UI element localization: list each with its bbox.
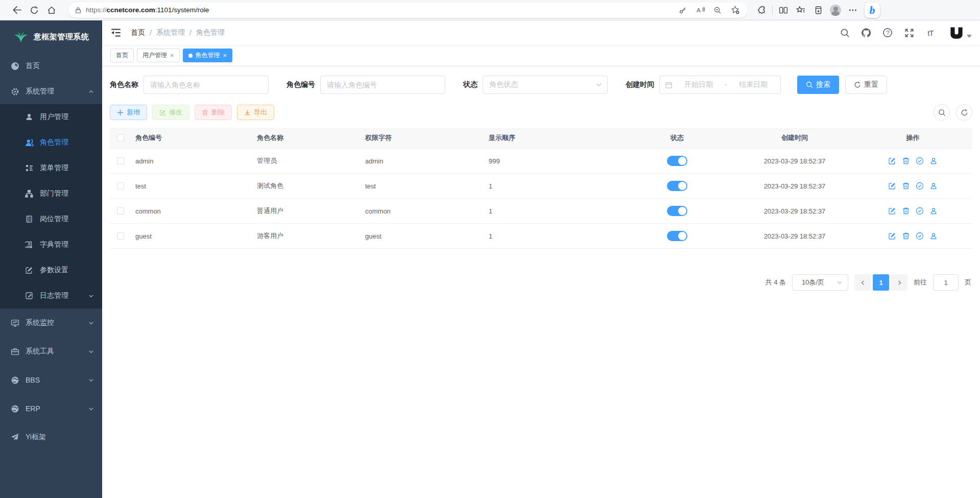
sidebar-item-label: BBS: [26, 376, 40, 384]
status-toggle[interactable]: [667, 156, 687, 166]
breadcrumb-system[interactable]: 系统管理: [156, 28, 185, 37]
sidebar-item-dept-mgmt[interactable]: 部门管理: [0, 181, 102, 206]
status-toggle[interactable]: [667, 206, 687, 216]
row-assign-user-button[interactable]: [929, 157, 938, 165]
row-edit-button[interactable]: [888, 157, 896, 165]
row-checkbox[interactable]: [117, 157, 124, 164]
add-favorite-icon[interactable]: [726, 3, 744, 18]
row-data-scope-button[interactable]: [916, 232, 924, 240]
sidebar-item-system-monitor[interactable]: 系统监控: [0, 309, 102, 337]
profile-avatar-icon[interactable]: [827, 3, 844, 18]
favorites-icon[interactable]: [792, 3, 809, 18]
sidebar-item-yi-framework[interactable]: Yi框架: [0, 423, 102, 452]
sidebar-item-dict-mgmt[interactable]: 字典管理: [0, 232, 102, 257]
split-screen-icon[interactable]: [775, 3, 792, 18]
search-button[interactable]: 搜索: [797, 76, 839, 94]
github-icon[interactable]: [861, 28, 871, 38]
status-select-placeholder: 角色状态: [489, 80, 518, 89]
sidebar-collapse-icon[interactable]: [110, 27, 122, 38]
browser-settings-icon[interactable]: [844, 3, 862, 18]
chevron-up-icon: [88, 89, 94, 94]
role-code-input[interactable]: [320, 76, 445, 94]
user-menu[interactable]: [949, 26, 972, 40]
help-icon[interactable]: ?: [882, 28, 893, 38]
row-edit-button[interactable]: [888, 232, 896, 240]
delete-button[interactable]: 删除: [195, 105, 232, 120]
chevron-left-icon: [860, 280, 866, 286]
sidebar-item-system-tools[interactable]: 系统工具: [0, 337, 102, 366]
prev-page-button[interactable]: [854, 274, 871, 291]
sidebar-item-post-mgmt[interactable]: 岗位管理: [0, 206, 102, 232]
header-search-icon[interactable]: [840, 28, 850, 38]
row-checkbox[interactable]: [117, 182, 124, 189]
user-icon: [25, 112, 34, 122]
row-assign-user-button[interactable]: [929, 232, 938, 240]
export-button[interactable]: 导出: [237, 105, 274, 120]
sidebar-item-user-mgmt[interactable]: 用户管理: [0, 104, 102, 130]
refresh-table-button[interactable]: [956, 104, 972, 121]
status-toggle[interactable]: [667, 231, 687, 241]
row-assign-user-button[interactable]: [929, 182, 938, 190]
row-delete-button[interactable]: [902, 207, 910, 215]
url-text[interactable]: https://ccnetcore.com:1101/system/role: [86, 6, 674, 14]
add-button[interactable]: 新增: [110, 105, 147, 120]
browser-home-button[interactable]: [43, 3, 60, 18]
role-name-input[interactable]: [144, 76, 269, 94]
status-select[interactable]: 角色状态: [483, 76, 608, 94]
browser-refresh-button[interactable]: [26, 3, 43, 18]
row-delete-button[interactable]: [902, 182, 910, 190]
page-size-select[interactable]: 10条/页: [792, 274, 848, 291]
browser-back-button[interactable]: [8, 3, 26, 18]
sidebar-item-label: 部门管理: [40, 189, 68, 198]
zoom-out-icon[interactable]: [709, 3, 726, 18]
app-logo[interactable]: 意框架管理系统: [0, 20, 102, 53]
sidebar-item-erp[interactable]: ERP: [0, 394, 102, 423]
tab-user-mgmt[interactable]: 用户管理 ×: [137, 49, 180, 62]
sidebar-item-bbs[interactable]: BBS: [0, 366, 102, 394]
sidebar-item-system-mgmt[interactable]: 系统管理: [0, 79, 102, 104]
next-page-button[interactable]: [891, 274, 907, 291]
row-checkbox[interactable]: [117, 232, 124, 240]
sidebar-item-param-settings[interactable]: 参数设置: [0, 257, 102, 283]
sidebar-item-home[interactable]: 首页: [0, 53, 102, 79]
tab-close-icon[interactable]: ×: [223, 52, 227, 59]
page-number-button[interactable]: 1: [873, 274, 889, 291]
row-data-scope-button[interactable]: [916, 157, 924, 165]
sidebar-item-role-mgmt[interactable]: 角色管理: [0, 130, 102, 155]
sidebar-item-label: 用户管理: [40, 112, 68, 122]
show-search-toggle-button[interactable]: [934, 104, 950, 121]
tab-close-icon[interactable]: ×: [170, 52, 174, 59]
status-toggle[interactable]: [667, 181, 687, 191]
bing-chat-icon[interactable]: b: [865, 3, 880, 18]
fullscreen-icon[interactable]: [904, 28, 914, 38]
read-aloud-icon[interactable]: A: [691, 3, 709, 18]
breadcrumb-home[interactable]: 首页: [131, 28, 145, 37]
font-size-icon[interactable]: tT: [925, 28, 936, 38]
collections-icon[interactable]: [809, 3, 827, 18]
org-chart-icon: [25, 189, 34, 198]
sidebar-item-label: 参数设置: [40, 266, 68, 275]
svg-text:?: ?: [886, 30, 889, 36]
address-bar[interactable]: https://ccnetcore.com:1101/system/role A: [68, 3, 748, 18]
row-delete-button[interactable]: [902, 232, 910, 240]
select-all-checkbox[interactable]: [117, 134, 124, 141]
row-edit-button[interactable]: [888, 207, 896, 215]
edit-button-label: 修改: [169, 108, 182, 117]
created-time-label: 创建时间: [626, 80, 654, 89]
row-data-scope-button[interactable]: [916, 182, 924, 190]
edit-button[interactable]: 修改: [152, 105, 189, 120]
extensions-icon[interactable]: [753, 3, 770, 18]
row-assign-user-button[interactable]: [929, 207, 938, 215]
sidebar-item-menu-mgmt[interactable]: 菜单管理: [0, 155, 102, 181]
sidebar-item-log-mgmt[interactable]: 日志管理: [0, 283, 102, 309]
row-checkbox[interactable]: [117, 207, 124, 215]
row-edit-button[interactable]: [888, 182, 896, 190]
date-range-picker[interactable]: 开始日期 - 结束日期: [659, 76, 781, 94]
reset-button[interactable]: 重置: [845, 76, 887, 94]
tab-role-mgmt[interactable]: 角色管理 ×: [183, 49, 233, 62]
password-key-icon[interactable]: [674, 3, 691, 18]
tab-home[interactable]: 首页: [110, 49, 134, 62]
row-data-scope-button[interactable]: [916, 207, 924, 215]
goto-page-input[interactable]: [933, 274, 959, 291]
row-delete-button[interactable]: [902, 157, 910, 165]
